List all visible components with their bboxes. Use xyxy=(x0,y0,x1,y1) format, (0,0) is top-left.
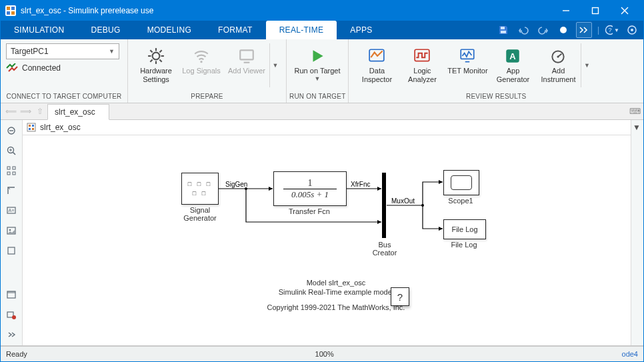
svg-point-55 xyxy=(12,315,16,319)
svg-point-70 xyxy=(421,204,424,207)
save-icon[interactable] xyxy=(496,23,511,37)
undo-icon[interactable] xyxy=(516,23,531,37)
app-icon xyxy=(5,5,17,17)
play-icon xyxy=(308,47,327,65)
nav-forward[interactable]: ⟹ xyxy=(18,105,33,118)
data-inspector-button[interactable]: Data Inspector xyxy=(354,43,399,87)
connection-status[interactable]: Connected xyxy=(6,63,119,73)
close-button[interactable] xyxy=(610,1,639,21)
svg-line-40 xyxy=(13,153,16,155)
block-transfer-fcn[interactable]: 1 0.005s + 1 xyxy=(273,171,347,206)
block-transfer-fcn-label: Transfer Fcn xyxy=(283,207,336,215)
monitor-icon xyxy=(458,47,477,65)
tf-denominator: 0.005s + 1 xyxy=(291,189,329,200)
zoom-icon[interactable] xyxy=(3,143,19,159)
block-bus-creator[interactable] xyxy=(382,173,386,238)
svg-text:A≡: A≡ xyxy=(9,208,15,213)
log-signals-button: Log Signals xyxy=(179,43,224,79)
breadcrumb[interactable]: slrt_ex_osc ▼ xyxy=(23,120,631,135)
block-help[interactable]: ? xyxy=(391,287,409,306)
model-browser-icon[interactable] xyxy=(3,287,19,303)
image-icon[interactable] xyxy=(3,223,19,239)
add-instrument-button[interactable]: Add Instrument xyxy=(535,43,581,87)
svg-text:A: A xyxy=(510,51,517,61)
tab-simulation[interactable]: SIMULATION xyxy=(1,21,77,39)
svg-rect-6 xyxy=(593,8,599,14)
model-caption-1: Model slrt_ex_osc xyxy=(256,279,416,287)
model-canvas[interactable]: SigGen XfrFnc MuxOut xyxy=(23,135,631,345)
hardware-settings-button[interactable]: Hardware Settings xyxy=(133,43,179,87)
tab-debug[interactable]: DEBUG xyxy=(77,21,133,39)
nav-back[interactable]: ⟸ xyxy=(3,105,18,118)
status-left: Ready xyxy=(1,350,27,358)
titlebar: slrt_ex_osc - Simulink prerelease use xyxy=(1,1,643,21)
breadcrumb-dropdown-icon[interactable]: ▼ xyxy=(633,123,641,132)
tab-apps[interactable]: APPS xyxy=(337,21,385,39)
hardware-settings-label: Hardware Settings xyxy=(135,67,177,84)
tet-monitor-button[interactable]: TET Monitor xyxy=(445,43,490,79)
section-prepare-label: PREPARE xyxy=(128,91,286,103)
app-generator-label: App Generator xyxy=(492,67,533,84)
status-solver[interactable]: ode4 xyxy=(622,350,643,358)
logic-analyzer-button[interactable]: Logic Analyzer xyxy=(399,43,445,87)
svg-rect-10 xyxy=(501,31,506,33)
svg-rect-53 xyxy=(7,291,15,293)
add-viewer-button: Add Viewer xyxy=(224,43,269,79)
nav-up[interactable]: ⇧ xyxy=(33,105,47,118)
svg-text:SigGen: SigGen xyxy=(225,181,247,188)
tab-modeling[interactable]: MODELING xyxy=(134,21,205,39)
svg-marker-62 xyxy=(269,187,273,191)
svg-rect-58 xyxy=(32,125,34,127)
app-generator-button[interactable]: A App Generator xyxy=(490,43,535,87)
tab-real-time[interactable]: REAL-TIME xyxy=(266,21,337,39)
block-scope[interactable] xyxy=(443,170,479,195)
svg-marker-65 xyxy=(377,187,381,191)
model-tab[interactable]: slrt_ex_osc xyxy=(47,104,109,120)
target-select[interactable]: TargetPC1 ▼ xyxy=(6,43,119,59)
svg-point-25 xyxy=(200,61,202,63)
status-zoom[interactable]: 100% xyxy=(27,350,622,358)
chart-icon xyxy=(367,47,386,65)
left-palette: A≡ xyxy=(1,120,23,345)
annotation-icon[interactable]: A≡ xyxy=(3,203,19,219)
help-icon[interactable]: ?▼ xyxy=(605,23,619,37)
add-instrument-label: Add Instrument xyxy=(537,67,579,84)
svg-point-11 xyxy=(560,27,567,33)
svg-line-24 xyxy=(150,59,152,61)
hide-explorer-icon[interactable] xyxy=(3,123,19,139)
record-icon[interactable] xyxy=(556,23,571,37)
fit-icon[interactable] xyxy=(3,163,19,179)
target-select-value: TargetPC1 xyxy=(11,47,49,56)
collapse-palette-icon[interactable] xyxy=(3,327,19,343)
block-file-log[interactable]: File Log xyxy=(443,219,486,239)
tab-format[interactable]: FORMAT xyxy=(205,21,266,39)
prepare-expand[interactable]: ▼ xyxy=(269,43,281,87)
svg-rect-9 xyxy=(501,27,505,29)
data-inspector-label: Data Inspector xyxy=(356,67,397,84)
area-icon[interactable] xyxy=(3,243,19,259)
block-signal-generator-label: Signal Generator xyxy=(175,206,225,222)
chevron-down-icon: ▼ xyxy=(109,48,115,55)
autoscale-icon[interactable] xyxy=(3,183,19,199)
run-on-target-button[interactable]: Run on Target ▼ xyxy=(292,43,343,85)
log-signals-label: Log Signals xyxy=(182,67,221,75)
target-mode-icon[interactable] xyxy=(625,23,639,37)
logic-icon xyxy=(413,47,431,65)
keyboard-icon[interactable]: ⌨ xyxy=(626,105,643,118)
overflow-icon[interactable] xyxy=(576,22,592,38)
block-signal-generator[interactable]: □ □ □ □ □ xyxy=(181,173,219,205)
run-on-target-label: Run on Target xyxy=(295,67,341,75)
block-bus-creator-label: Bus Creator xyxy=(369,241,400,257)
record-viewer-icon[interactable] xyxy=(3,307,19,323)
section-review: Data Inspector Logic Analyzer TET Monito… xyxy=(349,39,643,103)
svg-point-16 xyxy=(153,53,160,60)
svg-rect-46 xyxy=(13,172,15,175)
main-tabstrip: SIMULATION DEBUG MODELING FORMAT REAL-TI… xyxy=(1,21,643,39)
maximize-button[interactable] xyxy=(581,1,610,21)
redo-icon[interactable] xyxy=(536,23,551,37)
minimize-button[interactable] xyxy=(551,1,581,21)
review-expand[interactable]: ▼ xyxy=(581,43,592,87)
gear-icon xyxy=(147,47,165,65)
app-icon: A xyxy=(503,47,522,65)
svg-text:XfrFnc: XfrFnc xyxy=(351,181,370,188)
